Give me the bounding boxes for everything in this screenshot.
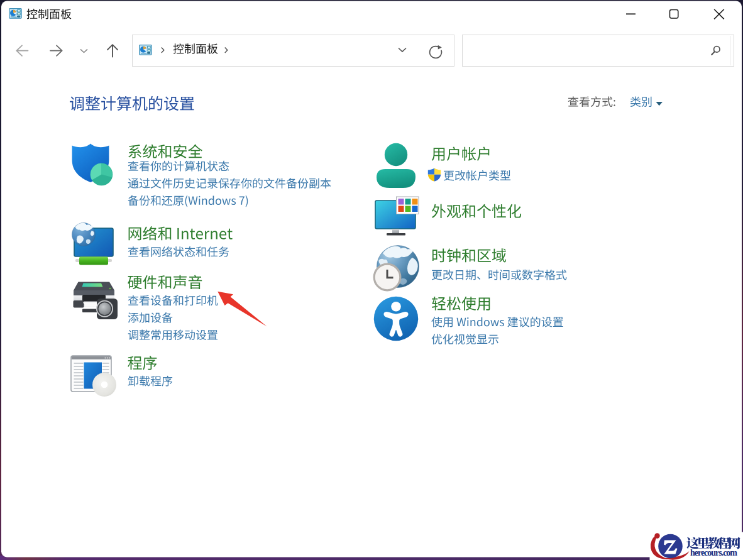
svg-text:herecours.com: herecours.com [690, 548, 737, 557]
